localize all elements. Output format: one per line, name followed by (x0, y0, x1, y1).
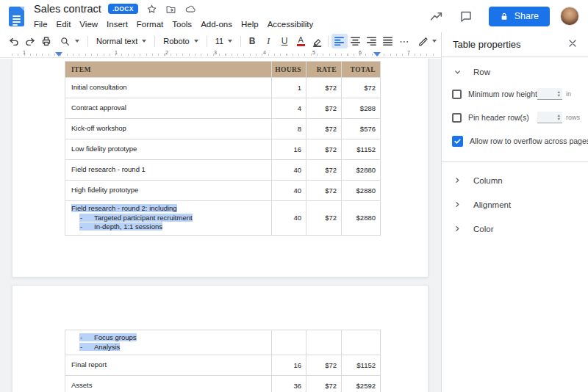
pin-header-rows-checkbox[interactable] (452, 113, 462, 123)
rate-cell[interactable]: $72 (306, 201, 342, 236)
allow-overflow-checkbox[interactable] (452, 136, 463, 147)
document-page-1[interactable]: ITEMHOURSRATETOTAL Initial consultation1… (12, 59, 429, 277)
document-title[interactable]: Sales contract (34, 3, 101, 15)
item-cell[interactable]: Initial consultation (65, 78, 272, 98)
item-cell[interactable]: Low fidelity prototype (65, 139, 272, 160)
total-cell[interactable]: $1152 (342, 355, 381, 376)
table-row[interactable]: Field research - round 140$72$2880 (65, 160, 381, 181)
item-cell[interactable]: Field research - round 1 (65, 160, 272, 181)
menu-tools[interactable]: Tools (168, 20, 196, 29)
rate-cell[interactable]: $72 (306, 119, 342, 139)
comment-icon[interactable] (459, 10, 473, 23)
item-cell[interactable]: Kick-off workshop (65, 119, 272, 139)
table-row[interactable]: -Focus groups-Analysis (65, 330, 381, 355)
cloud-saved-icon[interactable] (184, 4, 196, 15)
text-color-button[interactable]: A (293, 34, 309, 48)
undo-button[interactable] (6, 34, 22, 48)
total-cell[interactable] (342, 330, 381, 355)
item-cell[interactable]: Field research - round 2: including-Targ… (65, 201, 272, 236)
minimum-row-height-input[interactable]: ▲▼ (537, 88, 562, 100)
menu-view[interactable]: View (75, 20, 102, 29)
hours-cell[interactable] (272, 330, 306, 355)
rate-cell[interactable]: $72 (306, 78, 342, 98)
menu-accessibility[interactable]: Accessibility (263, 20, 318, 29)
table-header-cell[interactable]: RATE (306, 62, 342, 78)
table-row[interactable]: Field research - round 2: including-Targ… (65, 201, 381, 236)
align-right-button[interactable] (364, 34, 380, 48)
menu-edit[interactable]: Edit (52, 20, 76, 29)
font-selector[interactable]: Roboto (158, 34, 203, 48)
left-indent-marker[interactable] (55, 52, 62, 57)
redo-button[interactable] (22, 34, 38, 48)
document-canvas[interactable]: ITEMHOURSRATETOTAL Initial consultation1… (0, 59, 441, 392)
total-cell[interactable]: $288 (342, 98, 381, 119)
share-button[interactable]: Share (489, 7, 550, 26)
total-cell[interactable]: $2880 (342, 160, 381, 181)
print-button[interactable] (38, 34, 54, 48)
total-cell[interactable]: $576 (342, 119, 381, 139)
table-header-cell[interactable]: HOURS (272, 62, 306, 78)
stepper-arrows[interactable]: ▲▼ (557, 114, 561, 120)
move-folder-icon[interactable] (165, 4, 176, 15)
hours-cell[interactable]: 36 (272, 376, 306, 392)
close-panel-button[interactable] (567, 38, 578, 51)
table-header-row[interactable]: ITEMHOURSRATETOTAL (65, 62, 381, 78)
table-row[interactable]: Initial consultation1$72$72 (65, 78, 381, 98)
underline-button[interactable]: U (276, 34, 293, 48)
menu-help[interactable]: Help (237, 20, 263, 29)
pin-header-rows-input[interactable]: ▲▼ (537, 112, 562, 123)
rate-cell[interactable]: $72 (306, 98, 342, 119)
hours-cell[interactable]: 40 (272, 181, 306, 201)
column-section-toggle[interactable]: Column (442, 168, 588, 192)
row-section-toggle[interactable]: Row (442, 62, 588, 82)
menu-file[interactable]: File (34, 20, 52, 29)
highlight-color-button[interactable] (309, 34, 325, 48)
contract-table-page2[interactable]: -Focus groups-AnalysisFinal report16$72$… (65, 330, 381, 392)
item-cell[interactable]: Assets (65, 376, 272, 392)
hours-cell[interactable]: 8 (272, 119, 306, 139)
contract-table-page1[interactable]: ITEMHOURSRATETOTAL Initial consultation1… (65, 61, 381, 236)
hours-cell[interactable]: 40 (272, 160, 306, 181)
align-left-button[interactable] (331, 34, 348, 48)
table-header-cell[interactable]: TOTAL (342, 62, 381, 78)
rate-cell[interactable]: $72 (306, 139, 342, 160)
table-row[interactable]: High fidelity prototype40$72$2880 (65, 181, 381, 201)
table-row[interactable]: Low fidelity prototype16$72$1152 (65, 139, 381, 160)
total-cell[interactable]: $72 (342, 78, 381, 98)
google-docs-logo[interactable] (9, 7, 24, 26)
stepper-arrows[interactable]: ▲▼ (557, 90, 561, 97)
align-center-button[interactable] (348, 34, 364, 48)
rate-cell[interactable]: $72 (306, 160, 342, 181)
item-cell[interactable]: High fidelity prototype (65, 181, 272, 201)
hours-cell[interactable]: 16 (272, 139, 306, 160)
total-cell[interactable]: $1152 (342, 139, 381, 160)
color-section-toggle[interactable]: Color (442, 217, 588, 241)
zoom-selector[interactable] (54, 34, 85, 48)
right-indent-marker[interactable] (373, 52, 381, 57)
styles-selector[interactable]: Normal text (91, 34, 151, 48)
user-avatar[interactable] (560, 7, 579, 26)
italic-button[interactable]: I (260, 34, 276, 48)
rate-cell[interactable]: $72 (306, 355, 342, 376)
item-cell[interactable]: -Focus groups-Analysis (65, 330, 272, 355)
activity-dashboard-icon[interactable] (429, 10, 443, 23)
rate-cell[interactable]: $72 (306, 376, 342, 392)
hours-cell[interactable]: 40 (272, 201, 306, 236)
alignment-section-toggle[interactable]: Alignment (442, 192, 588, 217)
menu-insert[interactable]: Insert (102, 20, 132, 29)
bold-button[interactable]: B (244, 34, 260, 48)
table-row[interactable]: Final report16$72$1152 (65, 355, 381, 376)
menu-format[interactable]: Format (132, 20, 168, 29)
more-toolbar-options-button[interactable]: ⋯ (396, 34, 412, 48)
table-row[interactable]: Assets36$72$2592 (65, 376, 381, 392)
minimum-row-height-checkbox[interactable] (452, 90, 462, 99)
font-size-selector[interactable]: 11 (210, 34, 237, 48)
rate-cell[interactable] (306, 330, 342, 355)
editing-mode-selector[interactable] (412, 34, 442, 48)
item-cell[interactable]: Final report (65, 355, 272, 376)
justify-button[interactable] (380, 34, 396, 48)
total-cell[interactable]: $2880 (342, 201, 381, 236)
item-cell[interactable]: Contract approval (65, 98, 272, 119)
table-header-cell[interactable]: ITEM (65, 62, 272, 78)
total-cell[interactable]: $2592 (342, 376, 381, 392)
